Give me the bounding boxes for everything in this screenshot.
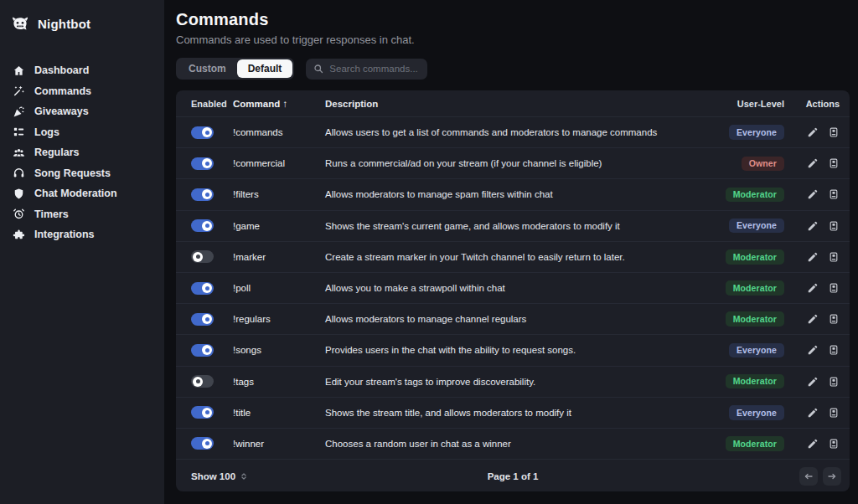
nightbot-robot-icon (10, 13, 30, 33)
arrow-right-icon (827, 471, 837, 481)
command-name: !songs (233, 345, 325, 355)
app-window: Nightbot Dashboard Commands Giveaways Lo… (0, 0, 858, 504)
toggle-knob (202, 314, 212, 324)
table-row: !marker Create a stream marker in your T… (176, 241, 850, 272)
view-response-button[interactable] (828, 220, 840, 232)
view-response-button[interactable] (828, 313, 840, 325)
enabled-toggle[interactable] (191, 157, 214, 170)
toggle-knob (193, 252, 203, 262)
command-description: Create a stream marker in your Twitch ch… (325, 252, 712, 262)
sidebar-item-integrations[interactable]: Integrations (0, 224, 164, 245)
command-name: !commands (233, 127, 325, 137)
edit-command-button[interactable] (807, 126, 819, 138)
sidebar-item-dashboard[interactable]: Dashboard (0, 60, 164, 81)
view-response-button[interactable] (828, 188, 840, 200)
enabled-toggle[interactable] (191, 188, 214, 201)
sidebar-item-label: Integrations (34, 229, 95, 240)
edit-command-button[interactable] (807, 220, 819, 232)
home-icon (13, 64, 25, 77)
view-response-button[interactable] (828, 407, 840, 419)
toggle-knob (202, 158, 212, 168)
column-header-description[interactable]: Description (325, 99, 712, 109)
shield-icon (13, 188, 25, 200)
edit-command-button[interactable] (807, 313, 819, 325)
search-box[interactable] (306, 59, 427, 80)
toggle-knob (202, 439, 212, 449)
party-popper-icon (13, 105, 25, 118)
command-description: Allows users to get a list of commands a… (325, 127, 712, 137)
enabled-toggle[interactable] (191, 344, 214, 357)
view-response-button[interactable] (828, 376, 840, 388)
edit-command-button[interactable] (807, 157, 819, 169)
user-level-badge: Everyone (729, 343, 784, 358)
toggle-knob (202, 189, 212, 199)
puzzle-icon (13, 229, 25, 241)
user-level-badge: Moderator (726, 311, 784, 327)
toggle-knob (202, 345, 212, 355)
view-response-button[interactable] (828, 438, 840, 450)
column-header-user-level[interactable]: User-Level (712, 99, 784, 109)
command-description: Allows you to make a strawpoll within ch… (325, 283, 712, 293)
sidebar-item-song-requests[interactable]: Song Requests (0, 163, 164, 184)
sidebar-item-label: Giveaways (34, 105, 89, 117)
column-header-actions: Actions (784, 99, 840, 109)
sidebar-item-timers[interactable]: Timers (0, 204, 164, 225)
column-header-command[interactable]: Command ↑ (233, 99, 325, 109)
sidebar-item-commands[interactable]: Commands (0, 81, 164, 102)
table-header-row: Enabled Command ↑ Description User-Level… (176, 90, 850, 116)
enabled-toggle[interactable] (191, 375, 214, 388)
app-logo[interactable]: Nightbot (0, 10, 164, 42)
enabled-toggle[interactable] (191, 126, 214, 139)
edit-command-button[interactable] (807, 407, 819, 419)
edit-command-button[interactable] (807, 376, 819, 388)
view-response-button[interactable] (828, 251, 840, 263)
enabled-toggle[interactable] (191, 406, 214, 419)
enabled-toggle[interactable] (191, 219, 214, 232)
next-page-button[interactable] (823, 467, 841, 486)
table-row: !tags Edit your stream's tags to improve… (176, 366, 850, 397)
command-description: Shows the stream's current game, and all… (325, 221, 712, 231)
enabled-toggle[interactable] (191, 282, 214, 295)
table-row: !filters Allows moderators to manage spa… (176, 178, 850, 209)
column-header-enabled[interactable]: Enabled (191, 99, 233, 109)
page-subtitle: Commands are used to trigger responses i… (176, 33, 850, 46)
command-name: !regulars (233, 314, 325, 324)
arrow-left-icon (804, 471, 814, 481)
tab-default[interactable]: Default (237, 59, 293, 78)
toggle-knob (202, 221, 212, 231)
sidebar-item-label: Regulars (34, 147, 80, 158)
edit-command-button[interactable] (807, 438, 819, 450)
view-response-button[interactable] (828, 344, 840, 356)
view-response-button[interactable] (828, 126, 840, 138)
command-name: !tags (233, 377, 325, 387)
sidebar-item-logs[interactable]: Logs (0, 122, 164, 143)
command-description: Runs a commercial/ad on your stream (if … (325, 158, 712, 168)
user-level-badge: Everyone (729, 125, 784, 140)
enabled-toggle[interactable] (191, 437, 214, 450)
prev-page-button[interactable] (799, 467, 818, 486)
edit-command-button[interactable] (807, 188, 819, 200)
sidebar-item-chat-moderation[interactable]: Chat Moderation (0, 183, 164, 204)
enabled-toggle[interactable] (191, 313, 214, 326)
view-response-button[interactable] (828, 157, 840, 169)
user-level-badge: Everyone (729, 219, 784, 234)
sidebar-item-label: Logs (34, 126, 59, 138)
sidebar-item-regulars[interactable]: Regulars (0, 142, 164, 163)
edit-command-button[interactable] (807, 251, 819, 263)
table-row: !game Shows the stream's current game, a… (176, 210, 850, 241)
edit-command-button[interactable] (807, 344, 819, 356)
view-response-button[interactable] (828, 282, 840, 294)
sidebar-nav: Dashboard Commands Giveaways Logs Regula… (0, 60, 164, 245)
sidebar-item-giveaways[interactable]: Giveaways (0, 101, 164, 122)
page-size-select[interactable]: Show 100 (191, 471, 248, 481)
main-content: Commands Commands are used to trigger re… (164, 0, 858, 504)
edit-command-button[interactable] (807, 282, 819, 294)
command-name: !title (233, 408, 325, 418)
search-input[interactable] (329, 64, 420, 74)
command-type-tabs: CustomDefault (176, 58, 294, 80)
page-size-label: Show 100 (191, 471, 235, 481)
command-name: !commercial (233, 158, 325, 168)
tab-custom[interactable]: Custom (178, 59, 237, 78)
user-level-badge: Moderator (726, 249, 784, 265)
enabled-toggle[interactable] (191, 250, 214, 263)
